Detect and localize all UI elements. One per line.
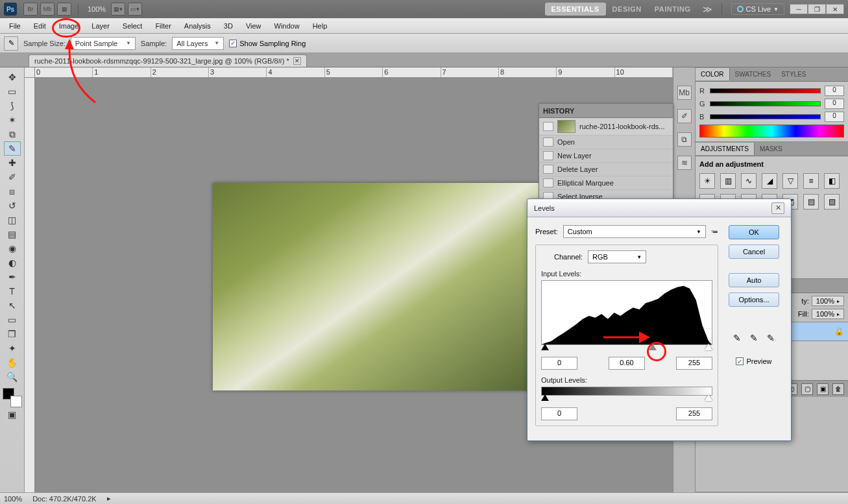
lasso-tool-icon[interactable]: ⟆ bbox=[4, 99, 21, 113]
adj-selectivecolor-icon[interactable]: ▧ bbox=[824, 194, 840, 210]
workspace-more-icon[interactable]: ≫ bbox=[703, 4, 712, 14]
menu-select[interactable]: Select bbox=[116, 19, 149, 32]
zoom-tool-icon[interactable]: 🔍 bbox=[4, 370, 21, 384]
fill-combo[interactable]: 100%▸ bbox=[812, 309, 844, 319]
tab-swatches[interactable]: SWATCHES bbox=[730, 68, 777, 80]
output-white-handle[interactable] bbox=[705, 394, 712, 401]
sample-black-icon[interactable]: ✎ bbox=[731, 331, 744, 344]
new-layer-icon[interactable]: ▣ bbox=[817, 383, 829, 395]
history-item[interactable]: Open bbox=[539, 136, 673, 149]
g-slider[interactable] bbox=[710, 101, 821, 106]
minibridge-icon[interactable]: Mb bbox=[40, 3, 55, 16]
tab-masks[interactable]: MASKS bbox=[755, 143, 788, 155]
levels-titlebar[interactable]: Levels ✕ bbox=[527, 199, 791, 217]
adj-vibrance-icon[interactable]: ▽ bbox=[782, 173, 798, 189]
menu-layer[interactable]: Layer bbox=[85, 19, 116, 32]
hand-tool-icon[interactable]: ✋ bbox=[4, 355, 21, 370]
move-tool-icon[interactable]: ✥ bbox=[4, 70, 21, 84]
workspace-design[interactable]: DESIGN bbox=[606, 3, 648, 16]
sample-white-icon[interactable]: ✎ bbox=[764, 331, 777, 344]
zoom-readout[interactable]: 100% bbox=[88, 5, 106, 13]
opacity-combo[interactable]: 100%▸ bbox=[812, 296, 844, 306]
cancel-button[interactable]: Cancel bbox=[729, 245, 779, 259]
input-black-value[interactable]: 0 bbox=[541, 357, 577, 370]
brush-panel-icon[interactable]: ✐ bbox=[677, 109, 692, 123]
quickmask-icon[interactable]: ▣ bbox=[4, 407, 21, 422]
history-item[interactable]: New Layer bbox=[539, 149, 673, 163]
brush-tool-icon[interactable]: ✐ bbox=[4, 170, 21, 184]
eyedropper-tool-icon[interactable]: ✎ bbox=[4, 36, 18, 51]
menu-view[interactable]: View bbox=[239, 19, 268, 32]
path-tool-icon[interactable]: ↖ bbox=[4, 298, 21, 313]
arrange-docs-icon[interactable]: ▦▾ bbox=[111, 3, 125, 16]
gradient-tool-icon[interactable]: ▤ bbox=[4, 227, 21, 241]
tab-color[interactable]: COLOR bbox=[696, 68, 730, 80]
black-point-handle[interactable] bbox=[541, 344, 549, 350]
menu-edit[interactable]: Edit bbox=[27, 19, 53, 32]
menu-file[interactable]: File bbox=[3, 19, 27, 32]
b-value[interactable]: 0 bbox=[825, 112, 844, 122]
blur-tool-icon[interactable]: ◉ bbox=[4, 241, 21, 256]
menu-3d[interactable]: 3D bbox=[217, 19, 239, 32]
color-swatches[interactable] bbox=[3, 388, 22, 407]
history-item[interactable]: Delete Layer bbox=[539, 163, 673, 176]
b-slider[interactable] bbox=[710, 114, 821, 119]
sample-size-combo[interactable]: Point Sample▼ bbox=[71, 37, 136, 50]
output-black-handle[interactable] bbox=[541, 394, 549, 401]
r-slider[interactable] bbox=[710, 88, 821, 93]
ok-button[interactable]: OK bbox=[729, 225, 779, 239]
cslive-button[interactable]: CS Live▼ bbox=[731, 3, 784, 15]
auto-button[interactable]: Auto bbox=[729, 273, 779, 287]
spectrum-bar[interactable] bbox=[699, 125, 844, 138]
pen-tool-icon[interactable]: ✒ bbox=[4, 270, 21, 284]
shape-tool-icon[interactable]: ▭ bbox=[4, 313, 21, 327]
bridge-icon[interactable]: Br bbox=[23, 3, 38, 16]
type-tool-icon[interactable]: T bbox=[4, 284, 21, 298]
sample-combo[interactable]: All Layers▼ bbox=[172, 37, 224, 50]
menu-analysis[interactable]: Analysis bbox=[178, 19, 217, 32]
close-icon[interactable]: ✕ bbox=[771, 202, 784, 214]
adj-curves-icon[interactable]: ∿ bbox=[741, 173, 757, 189]
adj-bw-icon[interactable]: ◧ bbox=[824, 173, 840, 189]
preset-menu-icon[interactable]: ≔ bbox=[711, 228, 718, 236]
output-slider[interactable] bbox=[541, 394, 712, 403]
eyedropper-tool-icon[interactable]: ✎ bbox=[4, 141, 21, 156]
menu-image[interactable]: Image bbox=[53, 19, 86, 32]
window-restore-icon[interactable]: ❐ bbox=[808, 4, 826, 14]
brushpresets-icon[interactable]: ≋ bbox=[677, 156, 692, 170]
adj-hue-icon[interactable]: ≡ bbox=[803, 173, 819, 189]
g-value[interactable]: 0 bbox=[825, 99, 844, 109]
document-close-icon[interactable]: ✕ bbox=[293, 57, 301, 65]
input-gamma-value[interactable]: 0.60 bbox=[609, 357, 645, 370]
status-zoom[interactable]: 100% bbox=[4, 495, 22, 503]
preset-combo[interactable]: Custom▼ bbox=[563, 225, 706, 238]
preview-checkbox[interactable]: ✓Preview bbox=[736, 357, 771, 365]
crop-tool-icon[interactable]: ⧉ bbox=[4, 127, 21, 141]
show-sampling-ring-checkbox[interactable]: ✓Show Sampling Ring bbox=[229, 40, 306, 47]
workspace-painting[interactable]: PAINTING bbox=[648, 3, 697, 16]
3d-tool-icon[interactable]: ❒ bbox=[4, 327, 21, 341]
screen-mode2-icon[interactable]: ▭▾ bbox=[128, 3, 142, 16]
3d-camera-icon[interactable]: ✦ bbox=[4, 341, 21, 355]
clone-panel-icon[interactable]: ⧉ bbox=[677, 132, 692, 147]
screen-mode-icon[interactable]: ▦ bbox=[57, 3, 71, 16]
healing-tool-icon[interactable]: ✚ bbox=[4, 156, 21, 170]
dodge-tool-icon[interactable]: ◐ bbox=[4, 256, 21, 270]
input-slider[interactable] bbox=[541, 344, 712, 353]
menu-window[interactable]: Window bbox=[268, 19, 306, 32]
workspace-essentials[interactable]: ESSENTIALS bbox=[545, 3, 606, 16]
gamma-handle[interactable] bbox=[649, 344, 657, 350]
sample-gray-icon[interactable]: ✎ bbox=[747, 331, 760, 344]
document-tab[interactable]: ruche-2011-lookbook-rdsmmzqqc-99129-500-… bbox=[29, 54, 307, 67]
group-icon[interactable]: ▢ bbox=[801, 383, 813, 395]
channel-combo[interactable]: RGB▼ bbox=[588, 250, 646, 263]
window-minimize-icon[interactable]: ─ bbox=[790, 4, 808, 14]
delete-layer-icon[interactable]: 🗑 bbox=[832, 383, 844, 395]
options-button[interactable]: Options... bbox=[729, 293, 779, 307]
adj-levels-icon[interactable]: ▥ bbox=[720, 173, 736, 189]
menu-filter[interactable]: Filter bbox=[149, 19, 177, 32]
adj-brightness-icon[interactable]: ☀ bbox=[699, 173, 715, 189]
history-item[interactable]: Elliptical Marquee bbox=[539, 176, 673, 190]
adj-gradientmap-icon[interactable]: ▤ bbox=[803, 194, 819, 210]
adj-exposure-icon[interactable]: ◢ bbox=[762, 173, 777, 189]
